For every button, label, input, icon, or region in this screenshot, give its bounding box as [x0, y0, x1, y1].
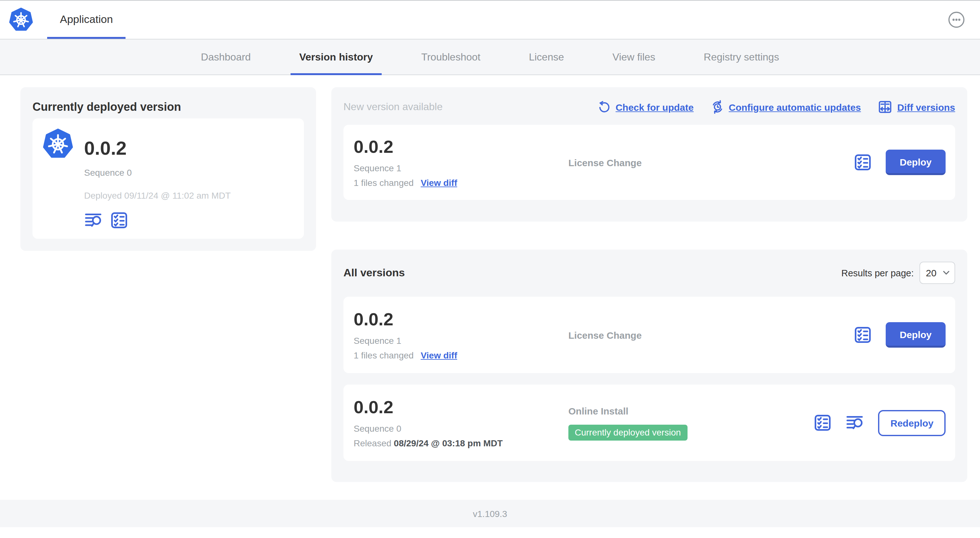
new-version-panel: New version available Check for update C…	[331, 87, 967, 222]
diff-icon	[877, 99, 893, 114]
currently-deployed-card: 0.0.2 Sequence 0 Deployed 09/11/24 @ 11:…	[32, 118, 304, 239]
files-changed: 1 files changed	[354, 350, 414, 360]
version-source: License Change	[568, 330, 642, 340]
all-versions-panel: All versions Results per page: 20	[331, 249, 967, 482]
right-column: New version available Check for update C…	[331, 87, 967, 482]
subnav: Dashboard Version history Troubleshoot L…	[0, 39, 980, 75]
version-sequence: Sequence 0	[354, 424, 568, 433]
clock-sync-icon	[710, 100, 724, 114]
configure-automatic-updates-link[interactable]: Configure automatic updates	[710, 100, 861, 114]
deployed-version-number: 0.0.2	[84, 138, 231, 159]
results-per-page-select[interactable]: 20	[920, 262, 955, 284]
chevron-down-icon	[943, 271, 950, 275]
deployed-timestamp: Deployed 09/11/24 @ 11:02 am MDT	[84, 190, 231, 200]
version-sequence: Sequence 1	[354, 163, 568, 173]
currently-deployed-badge: Currently deployed version	[568, 424, 687, 440]
tab-registry-settings[interactable]: Registry settings	[695, 40, 788, 75]
version-row-sequence-1: 0.0.2 Sequence 1 1 files changedView dif…	[344, 297, 955, 373]
view-diff-link[interactable]: View diff	[420, 350, 457, 360]
footer: v1.109.3	[0, 500, 980, 527]
results-per-page: Results per page: 20	[842, 262, 955, 284]
version-source: Online Install	[568, 405, 628, 416]
tab-license[interactable]: License	[520, 40, 573, 75]
checklist-icon	[853, 325, 872, 344]
topbar: Application	[0, 0, 980, 39]
deploy-logs-button[interactable]	[846, 413, 865, 432]
new-version-title: New version available	[344, 101, 442, 113]
redeploy-button[interactable]: Redeploy	[878, 410, 946, 436]
results-per-page-label: Results per page:	[842, 268, 914, 278]
checklist-icon	[813, 413, 832, 432]
currently-deployed-panel: Currently deployed version 0.0.2 Sequenc…	[21, 87, 316, 251]
tab-dashboard[interactable]: Dashboard	[192, 40, 260, 75]
all-versions-title: All versions	[344, 267, 405, 279]
logs-icon	[846, 413, 865, 432]
checklist-icon	[110, 211, 129, 230]
deploy-button[interactable]: Deploy	[886, 150, 946, 175]
deployed-actions	[84, 211, 231, 230]
main-content: Currently deployed version 0.0.2 Sequenc…	[0, 75, 980, 500]
version-number: 0.0.2	[354, 397, 568, 418]
files-changed: 1 files changed	[354, 178, 414, 188]
preflight-checks-button[interactable]	[853, 153, 872, 172]
logs-icon	[84, 211, 103, 230]
checklist-icon	[853, 153, 872, 172]
diff-versions-link[interactable]: Diff versions	[877, 99, 955, 114]
preflight-checks-button[interactable]	[853, 325, 872, 344]
deployed-sequence: Sequence 0	[84, 167, 231, 178]
refresh-icon	[598, 100, 611, 114]
version-sequence: Sequence 1	[354, 335, 568, 346]
kubernetes-logo-icon	[9, 8, 33, 32]
tab-view-files[interactable]: View files	[603, 40, 664, 75]
currently-deployed-title: Currently deployed version	[32, 99, 304, 114]
console-version: v1.109.3	[473, 508, 507, 519]
version-number: 0.0.2	[354, 309, 568, 330]
application-kubernetes-icon	[43, 129, 73, 230]
version-actions: Check for update Configure automatic upd…	[598, 99, 955, 114]
version-source: License Change	[568, 157, 642, 168]
view-diff-link[interactable]: View diff	[420, 178, 457, 188]
new-version-row: 0.0.2 Sequence 1 1 files changedView dif…	[344, 125, 955, 200]
tab-troubleshoot[interactable]: Troubleshoot	[412, 40, 489, 75]
preflight-checks-button[interactable]	[110, 211, 129, 230]
check-for-update-link[interactable]: Check for update	[598, 100, 694, 114]
tab-version-history[interactable]: Version history	[290, 40, 382, 75]
app-root: Application Dashboard Version history Tr…	[0, 0, 980, 538]
deploy-button[interactable]: Deploy	[886, 322, 946, 348]
released-timestamp: Released 08/29/24 @ 03:18 pm MDT	[354, 438, 568, 448]
app-tab[interactable]: Application	[47, 1, 126, 39]
app-tab-active-underline	[47, 37, 126, 39]
ellipsis-icon	[948, 11, 965, 28]
version-row-sequence-0: 0.0.2 Sequence 0 Released 08/29/24 @ 03:…	[344, 384, 955, 461]
version-number: 0.0.2	[354, 137, 568, 157]
deploy-logs-button[interactable]	[84, 211, 103, 230]
preflight-checks-button[interactable]	[813, 413, 832, 432]
app-title: Application	[60, 13, 113, 26]
overflow-menu-button[interactable]	[948, 11, 965, 28]
